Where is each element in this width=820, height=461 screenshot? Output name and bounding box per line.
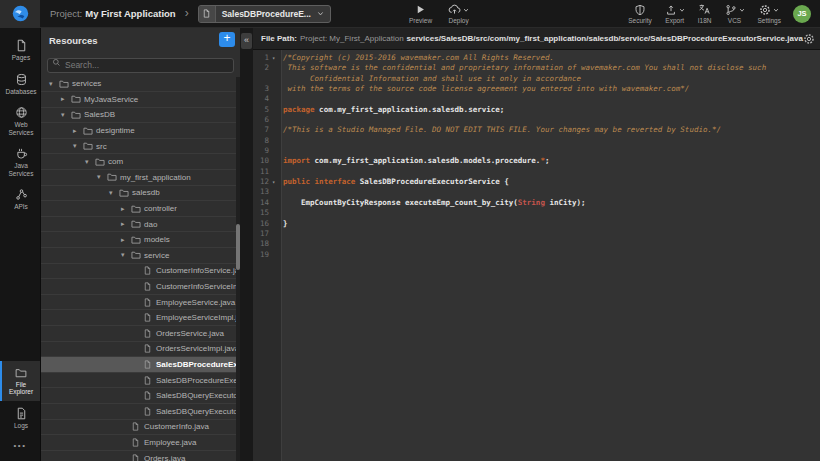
- tree-item-services[interactable]: ▾services: [41, 77, 240, 93]
- tree-item-salesdbqueryexecutorserviceimpl-java[interactable]: SalesDBQueryExecutorServiceImpl.java: [41, 404, 240, 420]
- topbar-right-actions: SecurityExportI18NVCSSettings: [628, 3, 781, 24]
- fold-gutter: [272, 198, 279, 208]
- tree-item-orders-java[interactable]: Orders.java: [41, 451, 240, 461]
- code-line: 1▾/*Copyright (c) 2015-2016 wavemaker.co…: [253, 53, 820, 63]
- play-icon: [415, 4, 426, 15]
- open-file-dropdown[interactable]: SalesDBProcedureE...: [198, 5, 331, 23]
- tree-item-dao[interactable]: ▸dao: [41, 217, 240, 233]
- search-box: [47, 54, 234, 73]
- fold-gutter: [272, 136, 279, 146]
- rail-item-logs[interactable]: Logs: [0, 401, 40, 435]
- tree-expand-arrow-down-icon[interactable]: ▾: [109, 189, 119, 197]
- tree-item-salesdb[interactable]: ▾SalesDB: [41, 108, 240, 124]
- fold-gutter: [272, 105, 279, 115]
- add-resource-button[interactable]: +: [219, 32, 235, 47]
- tree-item-employeeserviceimpl-java[interactable]: EmployeeServiceImpl.java: [41, 310, 240, 326]
- tree-item-salesdbprocedureexecutorservice-java[interactable]: SalesDBProcedureExecutorService.java: [41, 357, 240, 373]
- code-line: 2 This software is the confidential and …: [253, 63, 820, 84]
- rail-item-apis[interactable]: APIs: [0, 182, 40, 216]
- code-line: 5package com.my_first_application.salesd…: [253, 105, 820, 115]
- resources-panel: Resources + ▾services▸MyJavaService▾Sale…: [40, 28, 240, 461]
- tree-expand-arrow-down-icon[interactable]: ▾: [97, 173, 107, 181]
- tree-expand-arrow-down-icon[interactable]: ▾: [85, 158, 95, 166]
- line-number: 17: [253, 229, 272, 239]
- line-number: 8: [253, 136, 272, 146]
- avatar[interactable]: JS: [793, 5, 811, 23]
- tree-item-label: OrdersService.java: [156, 329, 224, 338]
- more-options-button[interactable]: •••: [0, 434, 40, 457]
- tree-item-src[interactable]: ▾src: [41, 139, 240, 155]
- code-editor[interactable]: 1▾/*Copyright (c) 2015-2016 wavemaker.co…: [253, 50, 820, 461]
- tree-item-my-first-application[interactable]: ▾my_first_application: [41, 170, 240, 186]
- line-number: 1: [253, 53, 272, 63]
- search-input[interactable]: [47, 58, 234, 73]
- tree-expand-arrow-right-icon[interactable]: ▸: [61, 95, 71, 103]
- tree-item-myjavaservice[interactable]: ▸MyJavaService: [41, 92, 240, 108]
- project-name: My First Application: [85, 8, 175, 19]
- rail-item-label: APIs: [14, 203, 28, 211]
- rail-item-java-services[interactable]: JavaServices: [0, 141, 40, 182]
- collapse-panel-button[interactable]: «: [241, 33, 252, 49]
- code-line: 19: [253, 250, 820, 260]
- tree-expand-arrow-right-icon[interactable]: ▸: [121, 205, 131, 213]
- fold-marker-icon[interactable]: ▾: [272, 177, 279, 187]
- right-pane: File Path: Project: My_First_Application…: [253, 28, 820, 461]
- resources-header: Resources +: [41, 28, 240, 52]
- tree-expand-arrow-down-icon[interactable]: ▾: [61, 111, 71, 119]
- line-number: 9: [253, 146, 272, 156]
- topbar-action-security[interactable]: Security: [628, 3, 651, 24]
- topbar-action-settings[interactable]: Settings: [758, 3, 782, 24]
- line-number: 11: [253, 167, 272, 177]
- tree-item-customerinfoserviceimpl-java[interactable]: CustomerInfoServiceImpl.java: [41, 279, 240, 295]
- topbar-action-i18n[interactable]: I18N: [698, 3, 712, 24]
- tree-expand-arrow-down-icon[interactable]: ▾: [49, 80, 59, 88]
- tree-item-employee-java[interactable]: Employee.java: [41, 435, 240, 451]
- wavemaker-logo[interactable]: [0, 0, 40, 28]
- tree-item-customerinfo-java[interactable]: CustomerInfo.java: [41, 420, 240, 436]
- line-number: 15: [253, 208, 272, 218]
- tree-expand-arrow-right-icon[interactable]: ▸: [121, 220, 131, 228]
- tree-item-ordersserviceimpl-java[interactable]: OrdersServiceImpl.java: [41, 342, 240, 358]
- topbar-action-export[interactable]: Export: [665, 3, 685, 24]
- tree-item-salesdb[interactable]: ▾salesdb: [41, 186, 240, 202]
- tree-file-icon: [131, 422, 143, 431]
- rail-item-web-services[interactable]: WebServices: [0, 100, 40, 141]
- tree-item-designtime[interactable]: ▸designtime: [41, 123, 240, 139]
- tree-item-com[interactable]: ▾com: [41, 154, 240, 170]
- topbar-action-vcs[interactable]: VCS: [725, 3, 745, 24]
- topbar-action-preview[interactable]: Preview: [409, 3, 432, 24]
- tree-file-icon: [143, 360, 155, 369]
- rail-item-file-explorer[interactable]: FileExplorer: [0, 361, 40, 401]
- panel-gap: «: [240, 28, 253, 461]
- tree-expand-arrow-right-icon[interactable]: ▸: [121, 236, 131, 244]
- tree-expand-arrow-down-icon[interactable]: ▾: [121, 251, 131, 259]
- rail-item-pages[interactable]: Pages: [0, 33, 40, 67]
- code-line: 10import com.my_first_application.salesd…: [253, 156, 820, 166]
- tree-expand-arrow-down-icon[interactable]: ▾: [73, 142, 83, 150]
- fold-gutter: [272, 84, 279, 94]
- code-line: 8: [253, 136, 820, 146]
- code-line: 9: [253, 146, 820, 156]
- shield-icon: [634, 4, 646, 16]
- line-number: 6: [253, 115, 272, 125]
- filepath-value: services/SalesDB/src/com/my_first_applic…: [407, 34, 803, 43]
- tree-item-salesdbqueryexecutorservice-java[interactable]: SalesDBQueryExecutorService.java: [41, 388, 240, 404]
- tree-expand-arrow-right-icon[interactable]: ▸: [73, 127, 83, 135]
- tree-item-salesdbprocedureexecutorserviceimpl-java[interactable]: SalesDBProcedureExecutorServiceImpl.java: [41, 373, 240, 389]
- tree-item-controller[interactable]: ▸controller: [41, 201, 240, 217]
- tree-item-service[interactable]: ▾service: [41, 248, 240, 264]
- tree-item-ordersservice-java[interactable]: OrdersService.java: [41, 326, 240, 342]
- rail-item-databases[interactable]: Databases: [0, 67, 40, 101]
- tree-item-models[interactable]: ▸models: [41, 232, 240, 248]
- pages-icon: [15, 39, 28, 52]
- tree-file-icon: [143, 391, 155, 400]
- tree-item-label: my_first_application: [120, 173, 191, 182]
- tree-file-icon: [143, 266, 155, 275]
- editor-settings-gear-icon[interactable]: [803, 33, 815, 45]
- search-icon: [52, 58, 61, 67]
- tree-item-customerinfoservice-java[interactable]: CustomerInfoService.java: [41, 264, 240, 280]
- line-number: 18: [253, 239, 272, 249]
- fold-marker-icon[interactable]: ▾: [272, 53, 279, 63]
- topbar-action-deploy[interactable]: Deploy: [448, 3, 469, 24]
- tree-item-employeeservice-java[interactable]: EmployeeService.java: [41, 295, 240, 311]
